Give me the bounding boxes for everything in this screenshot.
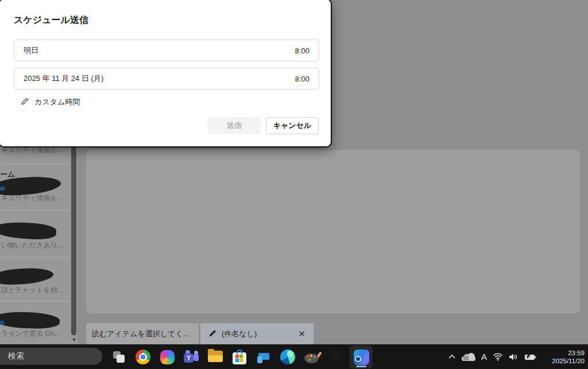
- custom-time-button[interactable]: カスタム時間: [21, 97, 80, 107]
- taskbar: 検索 T: [0, 344, 588, 369]
- dimmed-app-icon: [329, 350, 343, 364]
- schedule-option-tomorrow[interactable]: 明日 8:00: [14, 40, 319, 61]
- custom-time-label: カスタム時間: [34, 97, 80, 107]
- onedrive-cloud-icon[interactable]: [462, 347, 475, 367]
- volume-icon[interactable]: [509, 347, 519, 367]
- paint-button[interactable]: [300, 345, 323, 368]
- email-preview[interactable]: い物いただきあり...: [1, 240, 73, 250]
- chrome-button[interactable]: [131, 345, 154, 368]
- list-divider: [0, 257, 69, 258]
- tab-compose-draft[interactable]: (件名なし) ✕: [200, 323, 314, 344]
- email-preview[interactable]: キュリティ情報を...: [1, 193, 73, 203]
- chrome-icon: [136, 349, 150, 364]
- file-explorer-button[interactable]: [204, 345, 227, 368]
- microsoft-store-icon: [233, 352, 246, 364]
- dimmed-app-button[interactable]: [324, 345, 347, 368]
- dialog-title: スケジュール送信: [14, 14, 88, 26]
- message-tabs: 読むアイテムを選択してく... (件名なし) ✕: [86, 323, 314, 344]
- redacted-content: [0, 221, 57, 240]
- scrollbar-down-arrow[interactable]: ▼: [71, 336, 78, 343]
- tab-compose-label: (件名なし): [222, 329, 298, 339]
- redacted-link-fragment: [0, 321, 4, 325]
- chevron-up-icon[interactable]: [448, 347, 456, 367]
- tray-date: 2025/11/20: [552, 357, 585, 365]
- cancel-button[interactable]: キャンセル: [266, 117, 319, 134]
- search-label: 検索: [8, 351, 24, 362]
- edge-button[interactable]: [276, 345, 299, 368]
- list-divider: [0, 210, 69, 211]
- email-preview[interactable]: ラインで見る On...: [1, 329, 73, 339]
- close-icon[interactable]: ✕: [298, 329, 305, 339]
- pencil-icon: [208, 329, 217, 339]
- redacted-content: [0, 267, 54, 285]
- list-divider: [0, 164, 69, 164]
- email-preview[interactable]: 話とチャットを始...: [1, 285, 73, 295]
- pencil-icon: [21, 97, 29, 107]
- battery-eco-icon[interactable]: [524, 347, 537, 367]
- option-time: 8:00: [295, 46, 310, 55]
- paint-icon: [304, 352, 319, 364]
- teams-button[interactable]: T: [180, 345, 203, 368]
- file-explorer-icon: [208, 351, 223, 363]
- task-view-icon: [113, 351, 125, 363]
- reading-pane: [86, 150, 580, 313]
- ime-indicator[interactable]: A: [481, 347, 487, 367]
- schedule-option-date[interactable]: 2025 年 11 月 24 日 (月) 8:00: [14, 68, 319, 90]
- tab-reading-label: 読むアイテムを選択してく...: [92, 329, 189, 339]
- copilot-icon: [160, 350, 175, 364]
- list-divider: [0, 301, 69, 301]
- outlook-icon: [354, 349, 369, 365]
- copilot-button[interactable]: [156, 345, 179, 368]
- task-view-button[interactable]: [107, 345, 130, 368]
- edge-icon: [280, 349, 295, 364]
- outlook-button-active[interactable]: [350, 345, 373, 368]
- teams-icon: T: [184, 349, 199, 364]
- desktop-screen: キュリティ情報が... ーム キュリティ情報を... い物いただきあり... 話…: [0, 0, 588, 369]
- option-label: 明日: [24, 45, 38, 56]
- option-time: 8:00: [295, 75, 310, 83]
- option-label: 2025 年 11 月 24 日 (月): [24, 73, 103, 84]
- redacted-content: [0, 311, 60, 329]
- redacted-link-fragment: [0, 187, 5, 191]
- phone-link-button[interactable]: [252, 345, 275, 368]
- send-button[interactable]: 送信: [208, 117, 261, 134]
- microsoft-store-button[interactable]: [228, 345, 251, 368]
- tray-time: 23:59: [552, 349, 585, 357]
- tab-reading-item[interactable]: 読むアイテムを選択してく...: [86, 323, 199, 344]
- tray-clock[interactable]: 23:59 2025/11/20: [552, 349, 585, 365]
- search-input[interactable]: 検索: [0, 348, 102, 365]
- schedule-send-dialog: スケジュール送信 明日 8:00 2025 年 11 月 24 日 (月) 8:…: [0, 0, 332, 147]
- wifi-icon[interactable]: [493, 347, 503, 367]
- phone-link-icon: [256, 349, 271, 364]
- list-scrollbar-thumb[interactable]: [71, 143, 76, 335]
